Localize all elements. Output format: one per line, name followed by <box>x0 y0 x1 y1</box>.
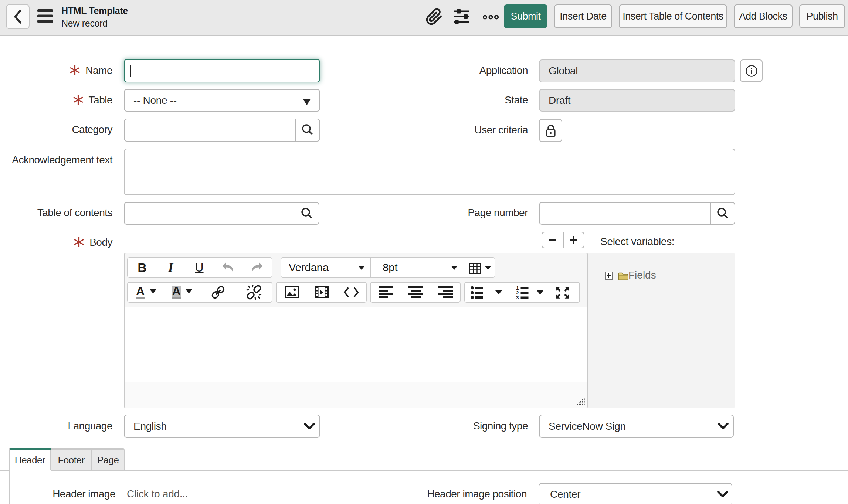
svg-text:3: 3 <box>516 295 519 300</box>
